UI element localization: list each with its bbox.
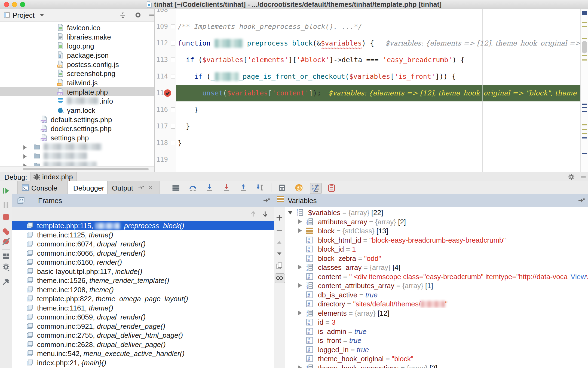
- show-execution-point-button[interactable]: [171, 183, 180, 192]
- tree-item-settings[interactable]: php settings.php: [0, 133, 154, 142]
- variable-row[interactable]: 1001 block_id = 1: [285, 245, 588, 254]
- code-line-109[interactable]: 109 /** Implements hook_preprocess_block…: [155, 18, 580, 35]
- show-values-inline-toggle[interactable]: 1 2: [310, 183, 322, 194]
- tree-item-libraries[interactable]: libraries.make: [0, 32, 154, 41]
- frame-row[interactable]: template.php:822, theme_omega_page_layou…: [12, 294, 274, 303]
- tab-console[interactable]: Console: [17, 181, 68, 194]
- expand-caret-icon[interactable]: [298, 311, 302, 315]
- project-horizontal-scrollbar[interactable]: [0, 166, 154, 172]
- tree-item-info[interactable]: .info: [0, 96, 154, 105]
- collapse-caret-icon[interactable]: [288, 211, 292, 215]
- debug-session-tab[interactable]: index.php: [30, 172, 77, 181]
- editor-error-stripe[interactable]: [580, 9, 588, 172]
- fold-marker-icon[interactable]: [171, 74, 175, 79]
- variable-row[interactable]: 123 content_attributes_array = {array} […: [285, 281, 588, 290]
- code-line-114[interactable]: 114 if (__page_is_front_or_checkout($var…: [155, 68, 580, 85]
- run-to-cursor-button[interactable]: [256, 183, 265, 192]
- tree-item-tailwind[interactable]: JS tailwind.js: [0, 78, 154, 87]
- variable-row[interactable]: 1001 db_is_active = true: [285, 290, 588, 299]
- code-editor[interactable]: 108 109 /** Implements hook_preprocess_b…: [155, 9, 580, 172]
- hide-panel-button[interactable]: [148, 11, 154, 19]
- hide-panel-button[interactable]: [580, 173, 587, 180]
- tree-item-docker-settings[interactable]: php docker.settings.php: [0, 124, 154, 133]
- expand-caret-icon[interactable]: [23, 154, 27, 159]
- variable-row[interactable]: 1001 is_front = true: [285, 336, 588, 345]
- tree-item-yarn-lock[interactable]: yarn.lock: [0, 105, 154, 114]
- close-icon[interactable]: [148, 185, 153, 190]
- tree-item-screenshot[interactable]: screenshot.png: [0, 69, 154, 78]
- move-down-button[interactable]: [275, 250, 283, 258]
- resume-button[interactable]: [2, 187, 10, 195]
- code-line-112[interactable]: 112 function _preprocess_block(&$variabl…: [155, 35, 580, 52]
- remove-watch-button[interactable]: [275, 227, 283, 234]
- variable-row-clipped[interactable]: 123 theme_hook_suggestions = {array} [2]: [285, 363, 588, 368]
- expand-caret-icon[interactable]: [298, 366, 302, 368]
- tree-item-postcss[interactable]: JS postcss.config.js: [0, 60, 154, 69]
- variable-row[interactable]: 123 attributes_array = {array} [2]: [285, 217, 588, 226]
- frame-row[interactable]: menu.inc:542, menu_execute_active_handle…: [12, 349, 274, 358]
- frame-row[interactable]: common.inc:6074, drupal_render(): [12, 239, 274, 248]
- frame-row[interactable]: common.inc:6160, render(): [12, 258, 274, 267]
- previous-frame-button[interactable]: [249, 210, 257, 218]
- tree-item-favicon[interactable]: favicon.ico: [0, 23, 154, 32]
- step-into-button[interactable]: [205, 183, 214, 192]
- frame-row[interactable]: common.inc:6066, drupal_render(): [12, 249, 274, 258]
- code-line-116[interactable]: 116 }: [155, 101, 580, 118]
- variable-row[interactable]: 123 elements = {array} [12]: [285, 309, 588, 318]
- view-breakpoints-button[interactable]: [2, 228, 10, 236]
- stop-button[interactable]: [2, 213, 10, 221]
- fold-marker-icon[interactable]: [171, 24, 175, 29]
- mute-breakpoints-button[interactable]: [2, 237, 10, 246]
- pin-icon[interactable]: [2, 278, 10, 286]
- frame-row[interactable]: common.inc:2628, drupal_deliver_page(): [12, 340, 274, 349]
- gear-icon[interactable]: [568, 173, 575, 180]
- evaluate-expression-button[interactable]: [278, 183, 286, 192]
- expand-caret-icon[interactable]: [298, 283, 302, 288]
- tree-item-package-json[interactable]: {} package.json: [0, 50, 154, 59]
- tree-item-folder-1[interactable]: [0, 142, 154, 151]
- float-panel-icon[interactable]: [578, 198, 585, 204]
- tree-item-default-settings[interactable]: php default.settings.php: [0, 115, 154, 124]
- variable-row[interactable]: 123 $variables = {array} [22]: [285, 208, 588, 217]
- expand-caret-icon[interactable]: [298, 228, 302, 233]
- scrollbar-thumb[interactable]: [582, 41, 587, 53]
- add-watch-button[interactable]: [275, 214, 283, 222]
- variable-row[interactable]: 1001 theme_hook_original = "block": [285, 354, 588, 363]
- copy-value-button[interactable]: [275, 262, 283, 270]
- pause-button[interactable]: [2, 201, 10, 209]
- variable-row[interactable]: block = {stdClass} [13]: [285, 226, 588, 235]
- show-watches-toggle[interactable]: [275, 273, 285, 283]
- variable-row-directory[interactable]: 1001 directory = "sites/default/themes/": [285, 299, 588, 308]
- float-panel-icon[interactable]: [263, 198, 270, 204]
- variable-row-content[interactable]: 1001 content = " <div itemscope class="e…: [285, 272, 588, 281]
- tab-output[interactable]: Output: [107, 181, 160, 194]
- frame-row[interactable]: common.inc:2755, drupal_deliver_html_pag…: [12, 331, 274, 340]
- variable-row[interactable]: 1001 block_html_id = "block-easy-breadcr…: [285, 236, 588, 245]
- code-line-113[interactable]: 113 if ($variables['elements']['#block']…: [155, 52, 580, 68]
- code-line-115-execution-point[interactable]: 115 unset($variables['content']);$variab…: [155, 85, 580, 101]
- frame-row[interactable]: index.php:21, {main}(): [12, 358, 274, 367]
- frame-row[interactable]: basic-layout.tpl.php:117, include(): [12, 267, 274, 276]
- gear-icon[interactable]: [134, 11, 142, 19]
- frame-row[interactable]: theme.inc:1125, theme(): [12, 230, 274, 239]
- code-line-117[interactable]: 117 }: [155, 118, 580, 135]
- step-out-button[interactable]: [239, 183, 248, 192]
- folded-doc-comment[interactable]: /** Implements hook_preprocess_block(). …: [178, 23, 362, 31]
- expand-caret-icon[interactable]: [23, 145, 27, 150]
- force-step-into-button[interactable]: [222, 183, 231, 192]
- view-value-link[interactable]: View: [568, 273, 586, 281]
- tree-item-logo[interactable]: logo.png: [0, 41, 154, 50]
- chevron-down-icon[interactable]: [40, 14, 44, 17]
- variable-row[interactable]: 1001 is_admin = true: [285, 327, 588, 336]
- move-up-button[interactable]: [275, 239, 283, 246]
- watch-button[interactable]: @: [295, 183, 303, 192]
- fold-end-marker-icon[interactable]: [171, 141, 175, 145]
- scrollbar-thumb[interactable]: [23, 168, 149, 170]
- expand-caret-icon[interactable]: [298, 219, 302, 224]
- breakpoint-icon[interactable]: [164, 89, 171, 97]
- tree-item-template-php-selected[interactable]: php template.php: [0, 87, 154, 96]
- project-panel-title[interactable]: Project: [13, 11, 35, 20]
- frame-row[interactable]: theme.inc:1208, theme(): [12, 285, 274, 294]
- step-over-button[interactable]: [188, 183, 197, 192]
- expand-caret-icon[interactable]: [298, 265, 302, 269]
